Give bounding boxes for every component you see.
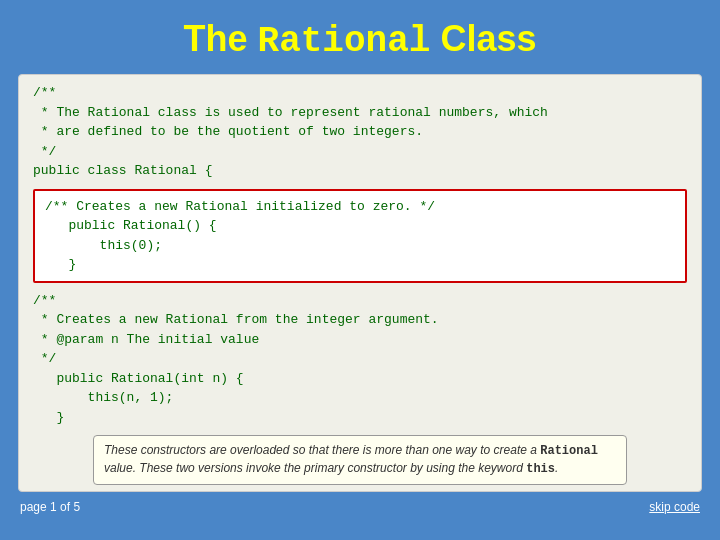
footer: page 1 of 5 skip code bbox=[0, 496, 720, 518]
title-suffix: Class bbox=[430, 18, 536, 59]
tooltip-text-after: . bbox=[555, 461, 558, 475]
tooltip-text-before: These constructors are overloaded so tha… bbox=[104, 443, 540, 457]
tooltip-box: These constructors are overloaded so tha… bbox=[93, 435, 627, 485]
tooltip-mono-2: this bbox=[526, 462, 555, 476]
title-prefix: The bbox=[184, 18, 258, 59]
slide-container: The Rational Class /** * The Rational cl… bbox=[0, 0, 720, 540]
constructor-1-code: /** Creates a new Rational initialized t… bbox=[45, 197, 675, 275]
code-outer-box: /** * The Rational class is used to repr… bbox=[18, 74, 702, 492]
tooltip-text-middle: value. These two versions invoke the pri… bbox=[104, 461, 526, 475]
skip-code-link[interactable]: skip code bbox=[649, 500, 700, 514]
comment-block-1: /** * The Rational class is used to repr… bbox=[33, 83, 687, 181]
title-area: The Rational Class bbox=[0, 0, 720, 74]
comment-block-2: /** * Creates a new Rational from the in… bbox=[33, 291, 687, 428]
highlighted-constructor-1: /** Creates a new Rational initialized t… bbox=[33, 189, 687, 283]
title-monospace: Rational bbox=[258, 21, 431, 62]
tooltip-mono-1: Rational bbox=[540, 444, 598, 458]
page-label: page 1 of 5 bbox=[20, 500, 80, 514]
